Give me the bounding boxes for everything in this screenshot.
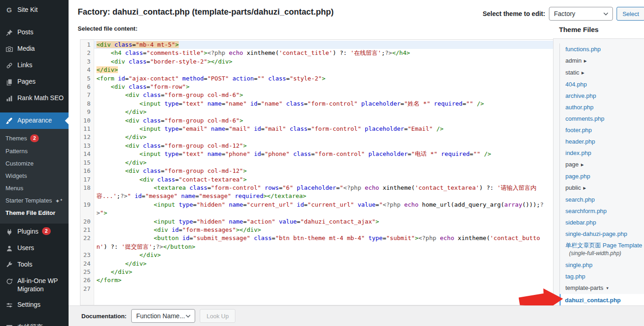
theme-file-header-php[interactable]: header.php xyxy=(565,138,595,145)
sidebar-item-settings[interactable]: Settings xyxy=(0,297,69,313)
line-number: 18 xyxy=(80,184,94,201)
sidebar-item-all-in-one-wp-migration[interactable]: All-in-One WP Migration xyxy=(0,273,69,297)
documentation-select[interactable]: Function Name... xyxy=(131,309,195,323)
code-line: 4</div> xyxy=(80,66,553,74)
theme-folder-admin[interactable]: admin▶ xyxy=(560,55,644,67)
sidebar-item-rank-math-seo[interactable]: Rank Math SEO xyxy=(0,90,69,107)
sidebar-item-media[interactable]: Media xyxy=(0,41,69,57)
sidebar-item-users[interactable]: Users xyxy=(0,240,69,257)
code-lines: 1<div class="mb-4 mt-5">2 <h4 class="com… xyxy=(80,40,553,293)
code-line-content: <div class="mb-4 mt-5"> xyxy=(94,41,553,49)
sidebar-item-site-kit[interactable]: GSite Kit xyxy=(0,2,69,18)
sidebar-item-tools[interactable]: Tools xyxy=(0,257,69,273)
code-line: 9 </div> xyxy=(80,108,553,116)
line-number: 23 xyxy=(80,251,94,259)
theme-file-single-dahuzi-page-php[interactable]: single-dahuzi-page.php xyxy=(565,230,627,237)
documentation-label: Documentation: xyxy=(81,313,127,320)
folder-label: public xyxy=(565,184,581,191)
sidebar-item-label: Pages xyxy=(17,77,36,86)
look-up-button[interactable]: Look Up xyxy=(200,309,235,323)
code-line: 18 <textarea class="form-control" rows="… xyxy=(80,184,553,201)
select-theme-button[interactable]: Select xyxy=(617,7,644,21)
selected-file-content-label: Selected file content: xyxy=(78,25,138,32)
theme-file-search-php[interactable]: search.php xyxy=(565,196,595,203)
folder-label: page xyxy=(565,161,579,168)
sidebar-item-posts[interactable]: Posts xyxy=(0,24,69,41)
theme-file-comments-php[interactable]: comments.php xyxy=(565,115,604,122)
triangle-down-icon: ▼ xyxy=(606,286,609,290)
theme-files-panel: functions.phpadmin▶static▶404.phparchive… xyxy=(553,38,644,305)
sidebar-item-pages[interactable]: Pages xyxy=(0,74,69,90)
sidebar-item-patterns[interactable]: Patterns xyxy=(0,145,69,157)
theme-file-index-php[interactable]: index.php xyxy=(565,150,591,156)
sidebar-item-theme-file-editor[interactable]: Theme File Editor xyxy=(0,207,69,219)
code-line-content: <div class="form-group col-md-12"> xyxy=(94,142,553,150)
line-number: 17 xyxy=(80,176,94,184)
theme-folder-template-parts[interactable]: template-parts▼ xyxy=(560,282,644,294)
theme-file-archive-php[interactable]: archive.php xyxy=(565,92,596,99)
theme-file-single-full-width-page-template[interactable]: 单栏文章页面 Page Template xyxy=(565,242,642,249)
triangle-right-icon: ▶ xyxy=(584,59,586,63)
sidebar-item-customize[interactable]: Customize xyxy=(0,157,69,170)
theme-file-searchform-php[interactable]: searchform.php xyxy=(565,208,607,214)
code-line: 10 <div class="form-group col-md-6"> xyxy=(80,117,553,125)
sidebar-item-label: Starter Templates xyxy=(5,197,52,204)
sidebar-item-label: Settings xyxy=(17,300,41,309)
code-line: 21 <div id="form-messages"></div> xyxy=(80,226,553,234)
code-line-content: <div class="form-group col-md-6"> xyxy=(94,91,553,99)
sidebar-item-label: Users xyxy=(17,244,34,252)
sidebar-item-starter-templates[interactable]: Starter Templates✦✦ xyxy=(0,194,69,207)
theme-file-single-php[interactable]: single.php xyxy=(565,262,592,268)
sidebar-item-themes[interactable]: Themes2 xyxy=(0,132,69,145)
line-number: 20 xyxy=(80,218,94,226)
theme-file-dahuzi-contact-php[interactable]: dahuzi_contact.php xyxy=(565,297,621,304)
sidebar-item-online-message[interactable]: 在线留言 xyxy=(0,319,69,326)
sidebar-item-label: Themes xyxy=(5,135,27,142)
sidebar-item-label: All-in-One WP Migration xyxy=(17,277,65,293)
code-line-content: </form> xyxy=(94,276,553,284)
line-number: 13 xyxy=(80,142,94,150)
theme-folder-public[interactable]: public▶ xyxy=(560,182,644,194)
theme-file-tag-php[interactable]: tag.php xyxy=(565,273,585,280)
code-line: 25 </div> xyxy=(80,268,553,276)
sidebar-item-label: Plugins xyxy=(17,227,38,235)
theme-select-row: Select theme to edit: Factory Select xyxy=(483,7,644,21)
theme-file-row: 404.php xyxy=(560,79,644,90)
theme-folder-static[interactable]: static▶ xyxy=(560,67,644,79)
sidebar-item-appearance[interactable]: Appearance xyxy=(0,112,69,129)
theme-file-footer-php[interactable]: footer.php xyxy=(565,127,592,134)
theme-file-author-php[interactable]: author.php xyxy=(565,104,593,111)
active-item-arrow xyxy=(65,117,69,124)
code-line-content: <div class="form-group col-md-12"> xyxy=(94,167,553,175)
code-line-content: </div> xyxy=(94,268,553,276)
refresh-icon xyxy=(5,277,14,286)
theme-select[interactable]: Factory xyxy=(549,7,613,21)
code-line: 1<div class="mb-4 mt-5"> xyxy=(80,41,553,49)
theme-file-sidebar-php[interactable]: sidebar.php xyxy=(565,219,596,226)
sidebar-item-label: Widgets xyxy=(5,172,27,179)
code-line: 7 <div class="form-group col-md-6"> xyxy=(80,91,553,99)
triangle-right-icon: ▶ xyxy=(581,71,584,75)
line-number: 21 xyxy=(80,226,94,234)
sidebar-item-menus[interactable]: Menus xyxy=(0,182,69,194)
theme-file-page-php[interactable]: page.php xyxy=(565,173,590,180)
code-line: 22 <button id="submit_message" class="bt… xyxy=(80,234,553,251)
code-editor[interactable]: 1<div class="mb-4 mt-5">2 <h4 class="com… xyxy=(80,39,554,305)
theme-file-404-php[interactable]: 404.php xyxy=(565,81,587,88)
sidebar-item-label: Posts xyxy=(17,28,33,36)
theme-folder-page[interactable]: page▶ xyxy=(560,159,644,171)
sidebar-item-label: Appearance xyxy=(17,116,52,124)
sidebar-item-links[interactable]: Links xyxy=(0,57,69,74)
update-count-badge: 2 xyxy=(42,227,51,235)
appearance-submenu: Themes2PatternsCustomizeWidgetsMenusStar… xyxy=(0,129,69,224)
sidebar-item-label: Patterns xyxy=(5,148,27,155)
sidebar-item-plugins[interactable]: Plugins2 xyxy=(0,224,69,240)
line-number: 10 xyxy=(80,117,94,125)
line-number: 6 xyxy=(80,83,94,91)
sidebar-item-widgets[interactable]: Widgets xyxy=(0,170,69,182)
theme-file-functions-php[interactable]: functions.php xyxy=(565,46,601,53)
code-line-content: </div> xyxy=(94,108,553,116)
line-number: 25 xyxy=(80,268,94,276)
line-number: 22 xyxy=(80,234,94,251)
triangle-right-icon: ▶ xyxy=(583,186,586,190)
